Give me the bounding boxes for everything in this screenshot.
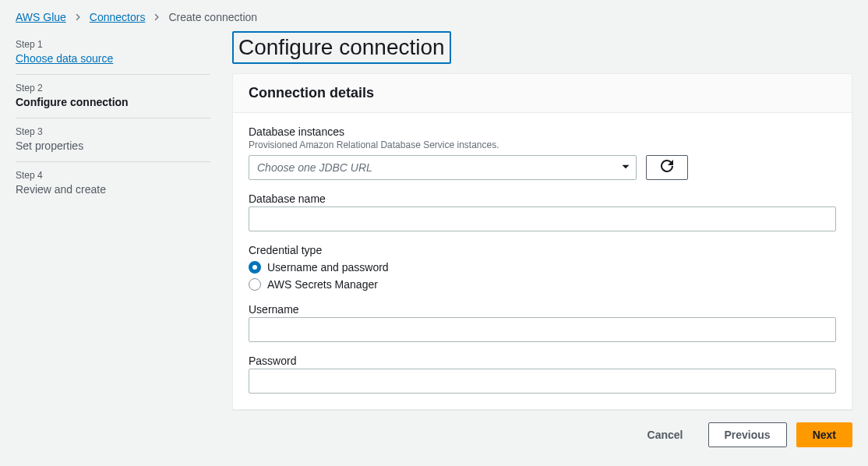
step-label: Step 3 <box>16 126 210 137</box>
wizard-actions: Cancel Previous Next <box>232 410 852 460</box>
panel-body: Database instances Provisioned Amazon Re… <box>233 113 852 409</box>
radio-icon <box>249 278 261 291</box>
username-input[interactable] <box>249 317 836 342</box>
field-label: Database instances <box>249 125 836 138</box>
step-title: Set properties <box>16 139 210 152</box>
field-description: Provisioned Amazon Relational Database S… <box>249 139 836 150</box>
radio-username-password[interactable]: Username and password <box>249 261 836 274</box>
step-2: Step 2 Configure connection <box>16 75 210 118</box>
select-placeholder[interactable]: Choose one JDBC URL <box>249 155 637 180</box>
next-button[interactable]: Next <box>796 422 852 447</box>
step-1[interactable]: Step 1 Choose data source <box>16 31 210 75</box>
radio-label: Username and password <box>267 261 389 274</box>
breadcrumb: AWS Glue Connectors Create connection <box>0 0 868 31</box>
refresh-icon <box>661 160 673 175</box>
breadcrumb-root-link[interactable]: AWS Glue <box>16 11 66 23</box>
previous-button[interactable]: Previous <box>708 422 787 447</box>
breadcrumb-current: Create connection <box>168 11 257 23</box>
field-credential-type: Credential type Username and password AW… <box>249 244 836 291</box>
step-title: Review and create <box>16 183 210 196</box>
field-username: Username <box>249 303 836 342</box>
step-title: Configure connection <box>16 96 210 108</box>
field-label: Username <box>249 303 836 316</box>
step-label: Step 4 <box>16 170 210 181</box>
main-content: Configure connection Connection details … <box>232 31 852 460</box>
step-4: Step 4 Review and create <box>16 162 210 205</box>
radio-icon <box>249 261 261 274</box>
database-name-input[interactable] <box>249 207 836 231</box>
field-database-instances: Database instances Provisioned Amazon Re… <box>249 125 836 180</box>
step-label: Step 2 <box>16 83 210 94</box>
connection-details-panel: Connection details Database instances Pr… <box>232 73 852 410</box>
step-3: Step 3 Set properties <box>16 118 210 162</box>
field-password: Password <box>249 355 836 394</box>
field-label: Database name <box>249 192 836 205</box>
breadcrumb-parent-link[interactable]: Connectors <box>90 11 146 23</box>
cancel-button[interactable]: Cancel <box>632 422 699 447</box>
password-input[interactable] <box>249 369 836 394</box>
chevron-right-icon <box>74 11 82 23</box>
page-title: Configure connection <box>232 31 451 64</box>
step-label: Step 1 <box>16 39 210 50</box>
field-label: Password <box>249 355 836 367</box>
field-database-name: Database name <box>249 192 836 231</box>
wizard-steps: Step 1 Choose data source Step 2 Configu… <box>16 31 210 460</box>
chevron-right-icon <box>153 11 161 23</box>
refresh-button[interactable] <box>646 155 688 180</box>
step-title[interactable]: Choose data source <box>16 52 210 65</box>
radio-label: AWS Secrets Manager <box>267 278 378 291</box>
panel-header: Connection details <box>233 74 852 113</box>
radio-aws-secrets-manager[interactable]: AWS Secrets Manager <box>249 278 836 291</box>
database-instances-select[interactable]: Choose one JDBC URL <box>249 155 637 180</box>
field-label: Credential type <box>249 244 836 256</box>
